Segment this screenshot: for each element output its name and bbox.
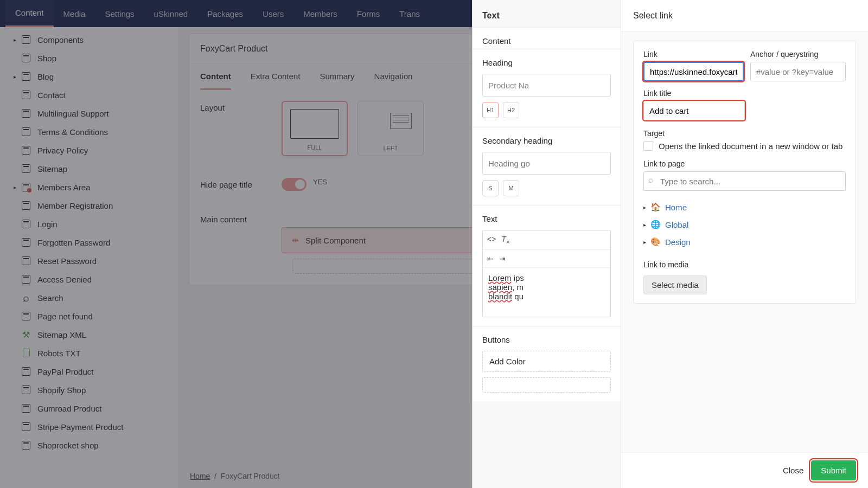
select-media-button[interactable]: Select media	[643, 275, 707, 294]
heading-label: Heading	[473, 49, 621, 70]
select-link-panel: Select link Link Anchor / querystring Li…	[621, 0, 868, 488]
panel-title: Text	[473, 0, 621, 27]
paint-icon: 🎨	[650, 237, 661, 247]
home-icon: 🏠	[650, 202, 661, 212]
select-link-title: Select link	[621, 0, 868, 32]
text-label: Text	[473, 206, 621, 227]
size-s[interactable]: S	[482, 180, 499, 196]
add-color-button[interactable]: Add Color	[482, 351, 611, 372]
page-node-design[interactable]: ▸🎨Design	[643, 233, 846, 251]
rte-code-icon[interactable]: <>	[487, 235, 496, 245]
target-desc: Opens the linked document in a new windo…	[659, 142, 843, 151]
add-button-placeholder[interactable]	[482, 377, 611, 393]
rte-outdent-icon[interactable]: ⇤	[487, 254, 494, 263]
buttons-label: Buttons	[473, 326, 621, 348]
link-url-label: Link	[643, 50, 744, 59]
link-title-label: Link title	[643, 89, 846, 98]
target-checkbox[interactable]	[643, 141, 653, 151]
link-title-input[interactable]	[643, 101, 745, 120]
page-node-home[interactable]: ▸🏠Home	[643, 198, 846, 216]
heading-input[interactable]	[482, 74, 611, 97]
rich-text-editor[interactable]: <> T× ⇤ ⇥ Lorem ipssapien, mblandit qu	[482, 230, 611, 317]
rte-body[interactable]: Lorem ipssapien, mblandit qu	[483, 268, 610, 317]
secondary-heading-label: Secondary heading	[473, 127, 621, 149]
page-node-global[interactable]: ▸🌐Global	[643, 216, 846, 233]
globe-icon: 🌐	[650, 220, 661, 229]
rte-clear-icon[interactable]: T×	[501, 235, 509, 245]
h1-button[interactable]: H1	[482, 102, 499, 118]
rte-indent-icon[interactable]: ⇥	[499, 254, 506, 263]
submit-button[interactable]: Submit	[811, 460, 856, 480]
anchor-label: Anchor / querystring	[750, 50, 846, 59]
link-url-input[interactable]	[643, 62, 744, 81]
close-button[interactable]: Close	[783, 466, 803, 475]
h2-button[interactable]: H2	[503, 102, 519, 118]
content-section-label: Content	[473, 28, 621, 49]
target-label: Target	[643, 129, 846, 138]
anchor-input[interactable]	[750, 62, 846, 81]
text-component-panel: Text Content Heading H1 H2 Secondary hea…	[472, 0, 621, 488]
page-search-input[interactable]	[643, 171, 846, 191]
size-m[interactable]: M	[503, 180, 519, 196]
link-to-media-label: Link to media	[643, 260, 846, 269]
link-to-page-label: Link to page	[643, 159, 846, 168]
secondary-heading-input[interactable]	[482, 152, 611, 175]
